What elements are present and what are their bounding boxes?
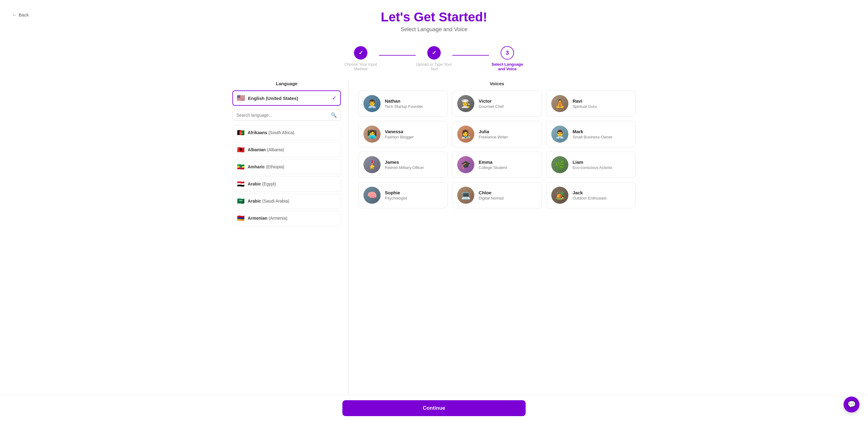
voice-info-ravi: Ravi Spiritual Guru	[573, 98, 630, 109]
step-line-2	[452, 55, 489, 56]
voice-card-james[interactable]: 🎖️ James Retired Military Officer	[358, 152, 448, 178]
lang-flag: 🇦🇱	[237, 146, 245, 153]
lang-flag: 🇦🇲	[237, 214, 245, 222]
language-selected[interactable]: 🇺🇸 English (United States) ✓	[232, 90, 341, 106]
step-line-1	[379, 55, 416, 56]
selected-check-icon: ✓	[332, 95, 337, 101]
bottom-bar: Continue	[0, 395, 868, 421]
voice-avatar-emma: 🎓	[457, 156, 474, 173]
voice-name-nathan: Nathan	[385, 98, 442, 103]
selected-lang-name: English (United States)	[248, 96, 329, 101]
voice-name-chloe: Chloe	[478, 190, 536, 195]
step-input-method: ✓ Choose Your Input Method	[342, 46, 379, 71]
language-list-item[interactable]: 🇦🇲 Armenian (Armenia)	[232, 210, 341, 226]
voices-panel: Voices 👨‍💼 Nathan Tech Startup Founder 👨…	[348, 81, 636, 416]
voice-card-victor[interactable]: 👨‍🍳 Victor Gourmet Chef	[452, 90, 541, 117]
step-circle-2: ✓	[427, 46, 441, 60]
voice-card-chloe[interactable]: 💻 Chloe Digital Nomad	[452, 182, 541, 208]
voice-role-emma: College Student	[478, 165, 536, 170]
chat-bubble-button[interactable]: 💬	[843, 396, 860, 413]
voice-card-julia[interactable]: 👩‍🎨 Julia Freelance Writer	[452, 121, 541, 147]
lang-flag: 🇪🇹	[237, 163, 245, 171]
step-circle-1: ✓	[354, 46, 367, 60]
voices-panel-title: Voices	[358, 81, 636, 86]
step-upload-text: ✓ Upload or Type Your Text	[416, 46, 452, 71]
voice-info-chloe: Chloe Digital Nomad	[478, 190, 536, 201]
back-arrow-icon: ←	[12, 12, 17, 18]
voice-avatar-vanessa: 👩‍💻	[364, 126, 380, 143]
voice-role-james: Retired Military Officer	[385, 165, 442, 170]
continue-button[interactable]: Continue	[342, 400, 526, 416]
language-list-item[interactable]: 🇪🇬 Arabic (Egypt)	[232, 176, 341, 191]
voice-card-ravi[interactable]: 🧘 Ravi Spiritual Guru	[546, 90, 636, 117]
chat-icon: 💬	[847, 400, 856, 409]
voice-card-liam[interactable]: 🌿 Liam Eco-conscious Activist	[546, 152, 636, 178]
voice-name-james: James	[385, 159, 442, 165]
voice-name-mark: Mark	[573, 129, 630, 134]
voice-name-julia: Julia	[478, 129, 536, 134]
voice-avatar-sophie: 🧠	[364, 187, 380, 204]
step-circle-3: 3	[501, 46, 514, 60]
lang-item-label: Albanian (Albania)	[248, 147, 284, 152]
lang-item-label: Armenian (Armenia)	[248, 216, 287, 220]
page-header: ← Back Let's Get Started! Select Languag…	[0, 0, 868, 37]
voice-card-emma[interactable]: 🎓 Emma College Student	[452, 152, 541, 178]
voice-card-nathan[interactable]: 👨‍💼 Nathan Tech Startup Founder	[358, 90, 448, 117]
voice-name-emma: Emma	[478, 159, 536, 165]
language-list-item[interactable]: 🇪🇹 Amharic (Ethiopia)	[232, 159, 341, 175]
page-title: Let's Get Started!	[0, 10, 868, 25]
language-panel: Language 🇺🇸 English (United States) ✓ 🔍 …	[232, 81, 348, 416]
voice-role-chloe: Digital Nomad	[478, 196, 536, 201]
language-search-input[interactable]	[237, 113, 328, 118]
voice-role-mark: Small Business Owner	[573, 135, 630, 139]
voice-name-jack: Jack	[573, 190, 630, 195]
voice-info-mark: Mark Small Business Owner	[573, 129, 630, 139]
stepper: ✓ Choose Your Input Method ✓ Upload or T…	[297, 46, 571, 71]
step-label-2: Upload or Type Your Text	[416, 62, 452, 71]
language-list-item[interactable]: 🇦🇱 Albanian (Albania)	[232, 142, 341, 157]
voice-info-sophie: Sophie Psychologist	[385, 190, 442, 201]
voice-avatar-mark: 👨‍💼	[551, 126, 568, 143]
voice-role-sophie: Psychologist	[385, 196, 442, 201]
voice-card-vanessa[interactable]: 👩‍💻 Vanessa Fashion Blogger	[358, 121, 448, 147]
voice-card-jack[interactable]: 🏕️ Jack Outdoor Enthusiast	[546, 182, 636, 208]
voice-role-nathan: Tech Startup Founder	[385, 104, 442, 109]
voice-info-liam: Liam Eco-conscious Activist	[573, 159, 630, 170]
lang-item-label: Amharic (Ethiopia)	[248, 164, 284, 169]
voice-info-julia: Julia Freelance Writer	[478, 129, 536, 139]
voice-name-victor: Victor	[478, 98, 536, 103]
step-language-voice: 3 Select Language and Voice	[489, 46, 526, 71]
voices-grid: 👨‍💼 Nathan Tech Startup Founder 👨‍🍳 Vict…	[358, 90, 636, 208]
voice-role-ravi: Spiritual Guru	[573, 104, 630, 109]
voice-info-emma: Emma College Student	[478, 159, 536, 170]
voice-avatar-jack: 🏕️	[551, 187, 568, 204]
lang-item-label: Arabic (Saudi Arabia)	[248, 199, 289, 204]
language-list-item[interactable]: 🇸🇦 Arabic (Saudi Arabia)	[232, 193, 341, 209]
step-label-3: Select Language and Voice	[489, 62, 526, 71]
language-search-box[interactable]: 🔍	[232, 109, 341, 121]
back-button[interactable]: ← Back	[12, 12, 29, 18]
voice-role-julia: Freelance Writer	[478, 135, 536, 139]
lang-item-label: Afrikaans (South Africa)	[248, 130, 294, 135]
voice-card-mark[interactable]: 👨‍💼 Mark Small Business Owner	[546, 121, 636, 147]
page-subtitle: Select Language and Voice	[0, 26, 868, 33]
voice-role-victor: Gourmet Chef	[478, 104, 536, 109]
voice-name-vanessa: Vanessa	[385, 129, 442, 134]
voice-info-james: James Retired Military Officer	[385, 159, 442, 170]
voice-card-sophie[interactable]: 🧠 Sophie Psychologist	[358, 182, 448, 208]
language-list-item[interactable]: 🇦🇫 Afrikaans (South Africa)	[232, 125, 341, 140]
voice-info-nathan: Nathan Tech Startup Founder	[385, 98, 442, 109]
back-label: Back	[19, 12, 29, 18]
language-panel-title: Language	[232, 81, 341, 86]
voice-avatar-ravi: 🧘	[551, 95, 568, 112]
voice-avatar-james: 🎖️	[364, 156, 380, 173]
voice-avatar-chloe: 💻	[457, 187, 474, 204]
step-label-1: Choose Your Input Method	[342, 62, 379, 71]
voice-name-sophie: Sophie	[385, 190, 442, 195]
lang-flag: 🇸🇦	[237, 198, 245, 205]
selected-flag: 🇺🇸	[237, 94, 245, 102]
voice-avatar-julia: 👩‍🎨	[457, 126, 474, 143]
voice-role-liam: Eco-conscious Activist	[573, 165, 630, 170]
voice-info-jack: Jack Outdoor Enthusiast	[573, 190, 630, 201]
voice-role-jack: Outdoor Enthusiast	[573, 196, 630, 201]
